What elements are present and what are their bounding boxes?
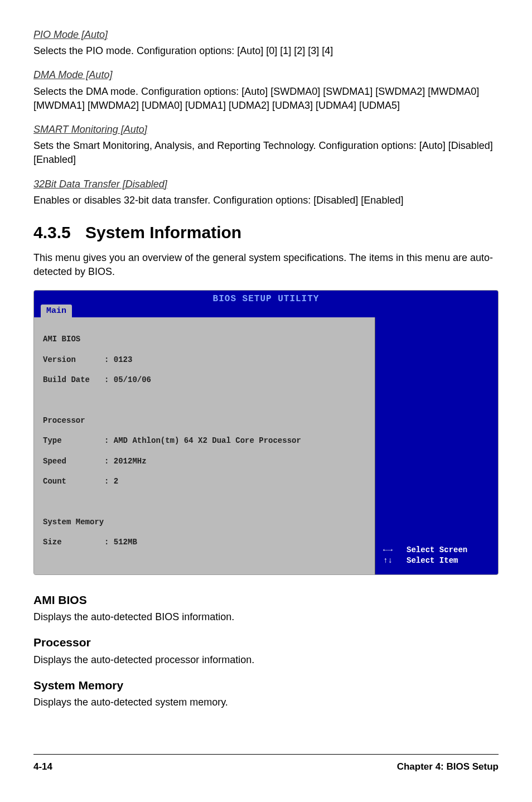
smart-monitoring-section: SMART Monitoring [Auto] Sets the Smart M… bbox=[33, 123, 499, 167]
processor-heading: Processor bbox=[33, 634, 499, 650]
processor-text: Displays the auto-detected processor inf… bbox=[33, 653, 499, 667]
heading-title: System Information bbox=[85, 223, 241, 241]
size-value: : 512MB bbox=[104, 538, 137, 547]
ami-bios-heading: AMI BIOS bbox=[33, 592, 499, 608]
speed-label: Speed bbox=[43, 456, 104, 466]
ami-bios-text: Displays the auto-detected BIOS informat… bbox=[33, 610, 499, 624]
ami-bios-label: AMI BIOS bbox=[43, 334, 366, 344]
count-label: Count bbox=[43, 476, 104, 486]
page-footer: 4-14 Chapter 4: BIOS Setup bbox=[33, 754, 499, 774]
pio-mode-text: Selects the PIO mode. Configuration opti… bbox=[33, 44, 499, 58]
select-screen-label: Select Screen bbox=[407, 545, 467, 554]
bios-window: BIOS SETUP UTILITY Main AMI BIOS Version… bbox=[33, 290, 499, 575]
bios-body: AMI BIOS Version: 0123 Build Date: 05/10… bbox=[34, 317, 498, 574]
version-label: Version bbox=[43, 355, 104, 365]
type-value: : AMD Athlon(tm) 64 X2 Dual Core Process… bbox=[104, 436, 301, 445]
pio-mode-title: PIO Mode [Auto] bbox=[33, 28, 499, 42]
bios-right-panel: ←→ Select Screen ↑↓ Select Item bbox=[375, 317, 498, 574]
size-label: Size bbox=[43, 537, 104, 547]
page-number: 4-14 bbox=[33, 760, 52, 774]
bios-title: BIOS SETUP UTILITY bbox=[40, 293, 492, 305]
processor-label: Processor bbox=[43, 416, 366, 426]
bios-help-text: ←→ Select Screen ↑↓ Select Item bbox=[383, 545, 467, 567]
chapter-label: Chapter 4: BIOS Setup bbox=[397, 760, 499, 774]
32bit-text: Enables or disables 32-bit data transfer… bbox=[33, 194, 499, 207]
build-label: Build Date bbox=[43, 375, 104, 385]
system-memory-section: System Memory Displays the auto-detected… bbox=[33, 677, 499, 710]
pio-mode-section: PIO Mode [Auto] Selects the PIO mode. Co… bbox=[33, 28, 499, 58]
smart-text: Sets the Smart Monitoring, Analysis, and… bbox=[33, 139, 499, 167]
32bit-transfer-section: 32Bit Data Transfer [Disabled] Enables o… bbox=[33, 177, 499, 207]
bios-left-panel: AMI BIOS Version: 0123 Build Date: 05/10… bbox=[34, 317, 375, 574]
bios-tab-main: Main bbox=[41, 305, 72, 317]
section-heading: 4.3.5 System Information bbox=[33, 221, 499, 244]
build-value: : 05/10/06 bbox=[104, 375, 151, 384]
ami-bios-section: AMI BIOS Displays the auto-detected BIOS… bbox=[33, 592, 499, 625]
version-value: : 0123 bbox=[104, 355, 132, 364]
arrows-lr-icon: ←→ bbox=[383, 545, 393, 554]
select-item-label: Select Item bbox=[407, 556, 458, 565]
system-memory-text: Displays the auto-detected system memory… bbox=[33, 695, 499, 709]
speed-value: : 2012MHz bbox=[104, 457, 147, 466]
intro-paragraph: This menu gives you an overview of the g… bbox=[33, 251, 499, 279]
count-value: : 2 bbox=[104, 477, 118, 486]
sysmem-label: System Memory bbox=[43, 517, 366, 527]
bios-header: BIOS SETUP UTILITY Main bbox=[34, 291, 498, 317]
32bit-title: 32Bit Data Transfer [Disabled] bbox=[33, 177, 499, 191]
type-label: Type bbox=[43, 436, 104, 446]
system-memory-heading: System Memory bbox=[33, 677, 499, 693]
heading-number: 4.3.5 bbox=[33, 223, 71, 241]
dma-mode-section: DMA Mode [Auto] Selects the DMA mode. Co… bbox=[33, 68, 499, 113]
dma-mode-title: DMA Mode [Auto] bbox=[33, 68, 499, 82]
arrows-ud-icon: ↑↓ bbox=[383, 556, 393, 565]
smart-title: SMART Monitoring [Auto] bbox=[33, 123, 499, 137]
dma-mode-text: Selects the DMA mode. Configuration opti… bbox=[33, 85, 499, 113]
processor-section: Processor Displays the auto-detected pro… bbox=[33, 634, 499, 667]
